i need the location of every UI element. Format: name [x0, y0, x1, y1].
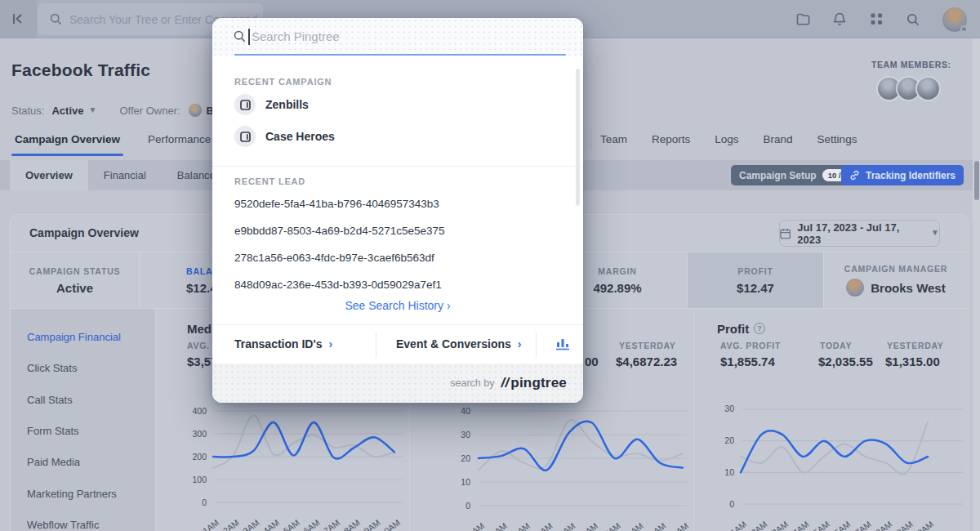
events-conversions-link[interactable]: Event & Conversions› — [396, 337, 522, 350]
tab-team[interactable]: Team — [600, 124, 627, 154]
sidebar-collapse-button[interactable] — [0, 0, 37, 38]
y-axis-tick: 30 — [724, 404, 734, 413]
x-axis-tick: 8AM — [874, 519, 893, 531]
quick-links-divider — [376, 332, 376, 358]
stat-cell-profit[interactable]: PROFIT$12.47 — [688, 252, 824, 308]
sidebar-item-campaign-financial[interactable]: Campaign Financial — [27, 331, 121, 343]
recent-lead-item[interactable]: 9520defe-5fa4-41ba-b796-4046957343b3 — [234, 198, 439, 210]
tracking-identifiers-label: Tracking Identifiers — [866, 170, 956, 181]
x-axis-tick: 8AM — [625, 520, 644, 531]
page-title: Facebook Traffic — [11, 60, 150, 80]
recent-campaign-item-case-heroes[interactable]: Case Heroes — [234, 125, 335, 148]
sidebar-item-webflow-traffic[interactable]: Webflow Traffic — [27, 519, 99, 531]
page-scrollbar-thumb[interactable] — [974, 161, 979, 200]
sidebar-item-click-stats[interactable]: Click Stats — [27, 362, 77, 374]
y-axis-tick: 100 — [192, 475, 207, 484]
modal-search-placeholder: Search Pingtree — [252, 29, 340, 43]
sidebar-item-marketing-partners[interactable]: Marketing Partners — [27, 488, 117, 500]
modal-search-input[interactable]: Search Pingtree — [212, 18, 583, 56]
tab-reports[interactable]: Reports — [652, 124, 690, 154]
card-stat-value: $1,855.74 — [720, 355, 775, 368]
see-search-history-label: See Search History — [345, 299, 443, 312]
recent-campaign-item-zenbills[interactable]: Zenbills — [234, 93, 309, 116]
sidebar-item-call-stats[interactable]: Call Stats — [27, 394, 73, 406]
tab-brand[interactable]: Brand — [764, 124, 793, 154]
team-members-label: TEAM MEMBERS: — [871, 60, 951, 69]
sidebar-item-form-stats[interactable]: Form Stats — [27, 425, 79, 437]
search-underline — [234, 54, 566, 56]
x-axis-tick: 10AM — [378, 517, 402, 531]
date-range-value: Jul 17, 2023 - Jul 17, 2023 — [797, 221, 920, 246]
x-axis-tick: 1AM — [466, 520, 486, 531]
card-stat-value: $1,315.00 — [885, 355, 940, 368]
folder-icon[interactable] — [795, 12, 810, 27]
card-stat-value: $4,6872.23 — [616, 355, 677, 368]
y-axis-tick: 0 — [729, 499, 734, 509]
x-axis-tick: 4AM — [791, 519, 810, 531]
card-title-profit: Profit — [717, 322, 749, 336]
search-icon-topbar[interactable] — [906, 12, 920, 27]
date-range-picker[interactable]: Jul 17, 2023 - Jul 17, 2023 ▼ — [779, 220, 940, 247]
tab-label: Reports — [652, 133, 690, 145]
x-axis-tick: 6AM — [580, 520, 599, 531]
y-axis-tick: 10 — [724, 467, 734, 477]
series-current — [741, 431, 928, 472]
help-icon[interactable]: ? — [754, 323, 765, 334]
transaction-ids-link[interactable]: Transaction ID's› — [234, 337, 332, 350]
quick-links-divider — [536, 332, 537, 358]
y-axis-tick: 0 — [466, 501, 470, 511]
stat-cell-campaign-manager[interactable]: CAMPAIGN MANAGERBrooks West — [824, 252, 968, 308]
text-caret — [248, 29, 250, 45]
pingtree-logo: //pingtree — [501, 375, 567, 391]
apps-grid-icon[interactable] — [869, 12, 884, 27]
recent-lead-item[interactable]: e9bbdd87-8503-4a69-b2d4-5271c5e5e375 — [234, 225, 444, 237]
recent-lead-item[interactable]: 278c1a56-e063-4fdc-b97e-3caef6b563df — [234, 252, 434, 264]
campaign-name: Case Heroes — [265, 130, 335, 143]
chart-shortcut-icon[interactable] — [555, 337, 570, 354]
x-axis-tick: 9AM — [362, 517, 381, 531]
tab-settings[interactable]: Settings — [817, 124, 858, 154]
tracking-identifiers-button[interactable]: Tracking Identifiers — [841, 165, 964, 185]
x-axis-tick: 2AM — [220, 517, 240, 531]
stat-value: Brooks West — [846, 279, 945, 297]
manager-avatar — [846, 279, 864, 297]
modal-scrollbar-thumb[interactable] — [576, 69, 580, 206]
card-stat-label: AVG. PROFIT — [720, 341, 781, 350]
y-axis-tick: 20 — [724, 435, 734, 445]
chevron-right-icon: › — [329, 337, 333, 350]
card-stat-value: 00 — [585, 355, 599, 368]
modal-footer: search by //pingtree — [212, 364, 583, 403]
recent-lead-item[interactable]: 848d09ac-236e-453d-b393-0d59029a7ef1 — [234, 279, 442, 291]
tab-label: Settings — [817, 133, 858, 145]
team-member-avatar[interactable] — [915, 76, 941, 101]
tab-campaign-overview[interactable]: Campaign Overview — [15, 124, 120, 154]
page-scrollbar[interactable] — [973, 38, 980, 531]
bell-icon[interactable] — [832, 12, 847, 27]
see-search-history-link[interactable]: See Search History › — [212, 299, 583, 312]
y-axis-tick: 40 — [461, 406, 470, 416]
modal-quick-links: Transaction ID's› Event & Conversions› — [212, 324, 583, 364]
tab-label: Brand — [764, 133, 793, 145]
y-axis-tick: 200 — [192, 452, 207, 462]
search-icon — [50, 13, 62, 25]
x-axis-tick: 4AM — [534, 520, 554, 531]
recent-leads-list: 9520defe-5fa4-41ba-b796-4046957343b3e9bb… — [234, 196, 561, 291]
stat-label: CAMPAIGN STATUS — [29, 266, 121, 276]
y-axis-tick: 20 — [461, 453, 470, 463]
campaign-icon — [234, 94, 256, 115]
tab-logs[interactable]: Logs — [715, 124, 738, 154]
stat-value: $12.47 — [737, 281, 774, 295]
status-dot — [960, 25, 968, 33]
sidebar-item-paid-media[interactable]: Paid Media — [27, 456, 80, 468]
main-tabs-right: TeamReportsLogsBrandSettings — [600, 124, 857, 154]
subtab-overview[interactable]: Overview — [10, 160, 88, 190]
status-dropdown[interactable]: Active — [51, 105, 83, 117]
stat-value-text: Brooks West — [871, 281, 945, 295]
stat-cell-campaign-status[interactable]: CAMPAIGN STATUSActive — [11, 252, 140, 308]
x-axis-tick: 2AM — [489, 520, 509, 531]
user-avatar[interactable] — [942, 7, 967, 32]
subtab-financial[interactable]: Financial — [88, 160, 162, 190]
stat-value: Active — [56, 281, 93, 295]
x-axis-tick: 2AM — [749, 519, 768, 531]
x-axis-tick: 10AM — [666, 520, 690, 531]
